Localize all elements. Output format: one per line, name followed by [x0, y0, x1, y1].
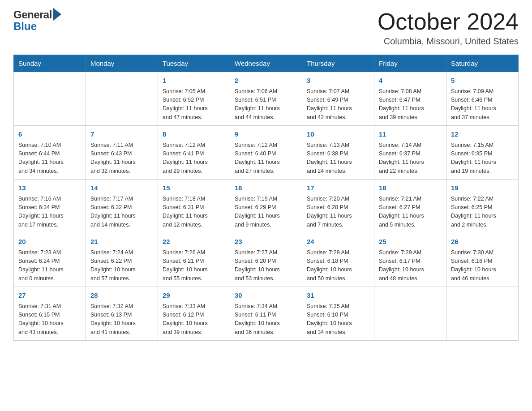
day-content: Sunrise: 7:26 AM Sunset: 6:21 PM Dayligh…: [163, 248, 225, 283]
logo-triangle-icon: [53, 8, 61, 21]
day-of-week-header: Friday: [374, 55, 446, 72]
day-content: Sunrise: 7:10 AM Sunset: 6:44 PM Dayligh…: [18, 141, 81, 176]
calendar-cell: 25Sunrise: 7:29 AM Sunset: 6:17 PM Dayli…: [374, 233, 446, 287]
day-number: 16: [235, 183, 297, 193]
day-number: 10: [307, 129, 369, 140]
day-number: 15: [163, 183, 225, 193]
calendar-cell: 23Sunrise: 7:27 AM Sunset: 6:20 PM Dayli…: [230, 233, 302, 287]
day-number: 2: [235, 76, 297, 86]
calendar-cell: 7Sunrise: 7:11 AM Sunset: 6:43 PM Daylig…: [86, 126, 158, 180]
calendar-table: SundayMondayTuesdayWednesdayThursdayFrid…: [13, 55, 519, 341]
day-number: 25: [379, 237, 442, 247]
day-content: Sunrise: 7:16 AM Sunset: 6:34 PM Dayligh…: [18, 195, 81, 230]
day-number: 7: [90, 129, 153, 140]
calendar-cell: 28Sunrise: 7:32 AM Sunset: 6:13 PM Dayli…: [86, 287, 158, 341]
calendar-cell: 9Sunrise: 7:12 AM Sunset: 6:40 PM Daylig…: [230, 126, 302, 180]
day-content: Sunrise: 7:23 AM Sunset: 6:24 PM Dayligh…: [18, 248, 81, 283]
day-number: 19: [451, 183, 514, 193]
day-content: Sunrise: 7:30 AM Sunset: 6:16 PM Dayligh…: [451, 248, 514, 283]
day-content: Sunrise: 7:17 AM Sunset: 6:32 PM Dayligh…: [90, 195, 153, 230]
day-content: Sunrise: 7:14 AM Sunset: 6:37 PM Dayligh…: [379, 141, 442, 176]
day-content: Sunrise: 7:31 AM Sunset: 6:15 PM Dayligh…: [18, 302, 81, 337]
calendar-cell: 19Sunrise: 7:22 AM Sunset: 6:25 PM Dayli…: [446, 180, 519, 233]
day-content: Sunrise: 7:28 AM Sunset: 6:18 PM Dayligh…: [307, 248, 369, 283]
calendar-cell: 24Sunrise: 7:28 AM Sunset: 6:18 PM Dayli…: [302, 233, 374, 287]
calendar-cell: 5Sunrise: 7:09 AM Sunset: 6:46 PM Daylig…: [446, 72, 519, 126]
day-content: Sunrise: 7:13 AM Sunset: 6:38 PM Dayligh…: [307, 141, 369, 176]
calendar-cell: 10Sunrise: 7:13 AM Sunset: 6:38 PM Dayli…: [302, 126, 374, 180]
day-number: 27: [18, 291, 81, 301]
logo: General Blue: [13, 9, 61, 33]
day-content: Sunrise: 7:24 AM Sunset: 6:22 PM Dayligh…: [90, 248, 153, 283]
day-content: Sunrise: 7:15 AM Sunset: 6:35 PM Dayligh…: [451, 141, 514, 176]
day-content: Sunrise: 7:07 AM Sunset: 6:49 PM Dayligh…: [307, 87, 369, 122]
page-header: General Blue October 2024 Columbia, Miss…: [13, 9, 519, 47]
day-content: Sunrise: 7:09 AM Sunset: 6:46 PM Dayligh…: [451, 87, 514, 122]
day-content: Sunrise: 7:20 AM Sunset: 6:28 PM Dayligh…: [307, 195, 369, 230]
day-number: 13: [18, 183, 81, 193]
calendar-week-row: 27Sunrise: 7:31 AM Sunset: 6:15 PM Dayli…: [14, 287, 519, 341]
calendar-cell: 4Sunrise: 7:08 AM Sunset: 6:47 PM Daylig…: [374, 72, 446, 126]
calendar-cell: 11Sunrise: 7:14 AM Sunset: 6:37 PM Dayli…: [374, 126, 446, 180]
calendar-cell: 6Sunrise: 7:10 AM Sunset: 6:44 PM Daylig…: [14, 126, 86, 180]
day-number: 31: [307, 291, 369, 301]
calendar-cell: [14, 72, 86, 126]
day-content: Sunrise: 7:32 AM Sunset: 6:13 PM Dayligh…: [90, 302, 153, 337]
day-number: 4: [379, 76, 442, 86]
calendar-cell: 31Sunrise: 7:35 AM Sunset: 6:10 PM Dayli…: [302, 287, 374, 341]
day-number: 28: [90, 291, 153, 301]
day-number: 14: [90, 183, 153, 193]
title-block: October 2024 Columbia, Missouri, United …: [378, 9, 519, 47]
calendar-cell: 3Sunrise: 7:07 AM Sunset: 6:49 PM Daylig…: [302, 72, 374, 126]
logo-blue-text: Blue: [13, 20, 37, 32]
calendar-cell: 22Sunrise: 7:26 AM Sunset: 6:21 PM Dayli…: [158, 233, 230, 287]
calendar-week-row: 1Sunrise: 7:05 AM Sunset: 6:52 PM Daylig…: [14, 72, 519, 126]
day-number: 1: [163, 76, 225, 86]
day-of-week-header: Thursday: [302, 55, 374, 72]
day-number: 22: [163, 237, 225, 247]
calendar-cell: 17Sunrise: 7:20 AM Sunset: 6:28 PM Dayli…: [302, 180, 374, 233]
day-content: Sunrise: 7:29 AM Sunset: 6:17 PM Dayligh…: [379, 248, 442, 283]
day-content: Sunrise: 7:27 AM Sunset: 6:20 PM Dayligh…: [235, 248, 297, 283]
logo-general-text: General: [13, 9, 52, 21]
day-number: 12: [451, 129, 514, 140]
day-of-week-header: Wednesday: [230, 55, 302, 72]
day-content: Sunrise: 7:05 AM Sunset: 6:52 PM Dayligh…: [163, 87, 225, 122]
day-number: 30: [235, 291, 297, 301]
day-of-week-header: Monday: [86, 55, 158, 72]
page-subtitle: Columbia, Missouri, United States: [378, 36, 519, 47]
calendar-cell: 14Sunrise: 7:17 AM Sunset: 6:32 PM Dayli…: [86, 180, 158, 233]
day-of-week-header: Tuesday: [158, 55, 230, 72]
calendar-week-row: 13Sunrise: 7:16 AM Sunset: 6:34 PM Dayli…: [14, 180, 519, 233]
calendar-cell: 8Sunrise: 7:12 AM Sunset: 6:41 PM Daylig…: [158, 126, 230, 180]
day-number: 6: [18, 129, 81, 140]
calendar-cell: [446, 287, 519, 341]
calendar-cell: 26Sunrise: 7:30 AM Sunset: 6:16 PM Dayli…: [446, 233, 519, 287]
calendar-cell: [374, 287, 446, 341]
day-content: Sunrise: 7:06 AM Sunset: 6:51 PM Dayligh…: [235, 87, 297, 122]
calendar-cell: 20Sunrise: 7:23 AM Sunset: 6:24 PM Dayli…: [14, 233, 86, 287]
day-number: 23: [235, 237, 297, 247]
calendar-cell: 2Sunrise: 7:06 AM Sunset: 6:51 PM Daylig…: [230, 72, 302, 126]
calendar-cell: 21Sunrise: 7:24 AM Sunset: 6:22 PM Dayli…: [86, 233, 158, 287]
calendar-cell: 15Sunrise: 7:18 AM Sunset: 6:31 PM Dayli…: [158, 180, 230, 233]
calendar-cell: 27Sunrise: 7:31 AM Sunset: 6:15 PM Dayli…: [14, 287, 86, 341]
day-number: 24: [307, 237, 369, 247]
calendar-cell: 1Sunrise: 7:05 AM Sunset: 6:52 PM Daylig…: [158, 72, 230, 126]
day-content: Sunrise: 7:22 AM Sunset: 6:25 PM Dayligh…: [451, 195, 514, 230]
day-of-week-header: Sunday: [14, 55, 86, 72]
day-number: 29: [163, 291, 225, 301]
page-title: October 2024: [378, 9, 519, 34]
calendar-cell: 18Sunrise: 7:21 AM Sunset: 6:27 PM Dayli…: [374, 180, 446, 233]
day-number: 3: [307, 76, 369, 86]
day-content: Sunrise: 7:19 AM Sunset: 6:29 PM Dayligh…: [235, 195, 297, 230]
calendar-header-row: SundayMondayTuesdayWednesdayThursdayFrid…: [14, 55, 519, 72]
calendar-cell: [86, 72, 158, 126]
day-of-week-header: Saturday: [446, 55, 519, 72]
day-number: 11: [379, 129, 442, 140]
day-number: 5: [451, 76, 514, 86]
day-content: Sunrise: 7:35 AM Sunset: 6:10 PM Dayligh…: [307, 302, 369, 337]
day-content: Sunrise: 7:21 AM Sunset: 6:27 PM Dayligh…: [379, 195, 442, 230]
calendar-week-row: 6Sunrise: 7:10 AM Sunset: 6:44 PM Daylig…: [14, 126, 519, 180]
calendar-cell: 16Sunrise: 7:19 AM Sunset: 6:29 PM Dayli…: [230, 180, 302, 233]
